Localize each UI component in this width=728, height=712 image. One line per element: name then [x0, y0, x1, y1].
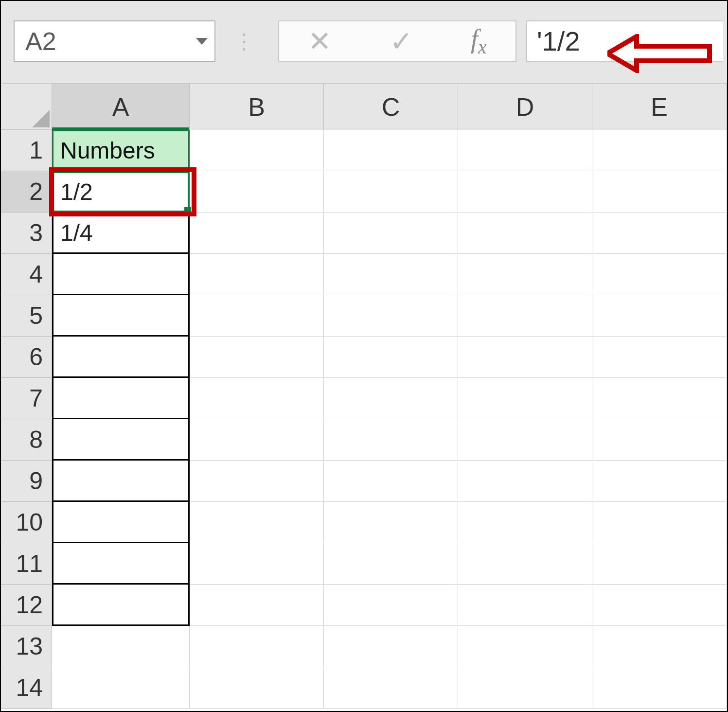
cell-E7[interactable] — [592, 378, 727, 419]
cell-E10[interactable] — [592, 502, 727, 543]
row-header-1[interactable]: 1 — [1, 130, 52, 171]
spreadsheet-grid[interactable]: ABCDE 1234567891011121314 Numbers1/21/4 — [1, 84, 727, 711]
cell-D1[interactable] — [458, 130, 592, 171]
cell-B4[interactable] — [190, 254, 324, 295]
row-header-2[interactable]: 2 — [1, 171, 52, 213]
row-header-11[interactable]: 11 — [1, 543, 52, 585]
cell-C6[interactable] — [324, 337, 458, 378]
cell-B10[interactable] — [190, 502, 324, 543]
vertical-dots-icon: ⋮ — [233, 25, 252, 57]
cell-D5[interactable] — [458, 295, 592, 337]
column-header-E[interactable]: E — [592, 84, 727, 130]
cell-E4[interactable] — [592, 254, 727, 295]
cell-D13[interactable] — [458, 626, 592, 667]
cell-C13[interactable] — [324, 626, 458, 667]
formula-input-value: '1/2 — [537, 25, 580, 57]
cell-D14[interactable] — [458, 667, 592, 709]
cell-E3[interactable] — [592, 213, 727, 254]
row-header-14[interactable]: 14 — [1, 667, 52, 709]
cell-D10[interactable] — [458, 502, 592, 543]
cell-D12[interactable] — [458, 585, 592, 626]
cell-A8[interactable] — [52, 419, 190, 461]
cell-C12[interactable] — [324, 585, 458, 626]
cell-A3[interactable]: 1/4 — [52, 213, 190, 254]
cell-B1[interactable] — [190, 130, 324, 171]
cell-D9[interactable] — [458, 461, 592, 502]
row-header-13[interactable]: 13 — [1, 626, 52, 667]
cell-B7[interactable] — [190, 378, 324, 419]
row-header-7[interactable]: 7 — [1, 378, 52, 419]
cell-A1[interactable]: Numbers — [52, 130, 190, 171]
column-header-D[interactable]: D — [458, 84, 592, 130]
cell-B8[interactable] — [190, 419, 324, 461]
cell-A6[interactable] — [52, 337, 190, 378]
row-header-9[interactable]: 9 — [1, 461, 52, 502]
cancel-icon[interactable]: ✕ — [308, 25, 332, 58]
cell-A12[interactable] — [52, 585, 190, 626]
cell-B13[interactable] — [190, 626, 324, 667]
cell-E6[interactable] — [592, 337, 727, 378]
cell-E1[interactable] — [592, 130, 727, 171]
row-header-6[interactable]: 6 — [1, 337, 52, 378]
cell-A14[interactable] — [52, 667, 190, 709]
formula-command-box: ✕ ✓ fx — [278, 20, 516, 62]
cell-D6[interactable] — [458, 337, 592, 378]
cell-A5[interactable] — [52, 295, 190, 337]
row-header-4[interactable]: 4 — [1, 254, 52, 295]
cell-C8[interactable] — [324, 419, 458, 461]
cell-D8[interactable] — [458, 419, 592, 461]
cell-A10[interactable] — [52, 502, 190, 543]
cell-A11[interactable] — [52, 543, 190, 585]
cell-A2[interactable]: 1/2 — [52, 171, 190, 213]
cell-B6[interactable] — [190, 337, 324, 378]
cell-C11[interactable] — [324, 543, 458, 585]
column-header-C[interactable]: C — [324, 84, 458, 130]
cell-E5[interactable] — [592, 295, 727, 337]
cell-C2[interactable] — [324, 171, 458, 213]
cell-C1[interactable] — [324, 130, 458, 171]
cell-E12[interactable] — [592, 585, 727, 626]
cell-A4[interactable] — [52, 254, 190, 295]
cell-D2[interactable] — [458, 171, 592, 213]
cell-A7[interactable] — [52, 378, 190, 419]
cell-B11[interactable] — [190, 543, 324, 585]
name-box-dropdown-icon[interactable] — [196, 38, 208, 45]
cell-A13[interactable] — [52, 626, 190, 667]
cell-D4[interactable] — [458, 254, 592, 295]
cell-B9[interactable] — [190, 461, 324, 502]
cell-E11[interactable] — [592, 543, 727, 585]
cell-D11[interactable] — [458, 543, 592, 585]
insert-function-icon[interactable]: fx — [471, 24, 487, 58]
cell-E8[interactable] — [592, 419, 727, 461]
cell-C9[interactable] — [324, 461, 458, 502]
cell-C5[interactable] — [324, 295, 458, 337]
enter-icon[interactable]: ✓ — [390, 25, 413, 58]
row-header-3[interactable]: 3 — [1, 213, 52, 254]
row-header-10[interactable]: 10 — [1, 502, 52, 543]
column-header-A[interactable]: A — [52, 84, 190, 130]
cell-C4[interactable] — [324, 254, 458, 295]
cell-E13[interactable] — [592, 626, 727, 667]
cell-D7[interactable] — [458, 378, 592, 419]
cell-C10[interactable] — [324, 502, 458, 543]
cell-B14[interactable] — [190, 667, 324, 709]
cell-E9[interactable] — [592, 461, 727, 502]
name-box-value: A2 — [25, 27, 56, 56]
cell-E2[interactable] — [592, 171, 727, 213]
column-header-B[interactable]: B — [190, 84, 324, 130]
cell-B12[interactable] — [190, 585, 324, 626]
cell-C3[interactable] — [324, 213, 458, 254]
row-header-12[interactable]: 12 — [1, 585, 52, 626]
cell-C7[interactable] — [324, 378, 458, 419]
cell-C14[interactable] — [324, 667, 458, 709]
cell-D3[interactable] — [458, 213, 592, 254]
cell-A9[interactable] — [52, 461, 190, 502]
cell-B3[interactable] — [190, 213, 324, 254]
select-all-button[interactable] — [1, 84, 52, 130]
cell-E14[interactable] — [592, 667, 727, 709]
cell-B5[interactable] — [190, 295, 324, 337]
row-header-8[interactable]: 8 — [1, 419, 52, 461]
name-box[interactable]: A2 — [14, 20, 215, 62]
row-header-5[interactable]: 5 — [1, 295, 52, 337]
cell-B2[interactable] — [190, 171, 324, 213]
